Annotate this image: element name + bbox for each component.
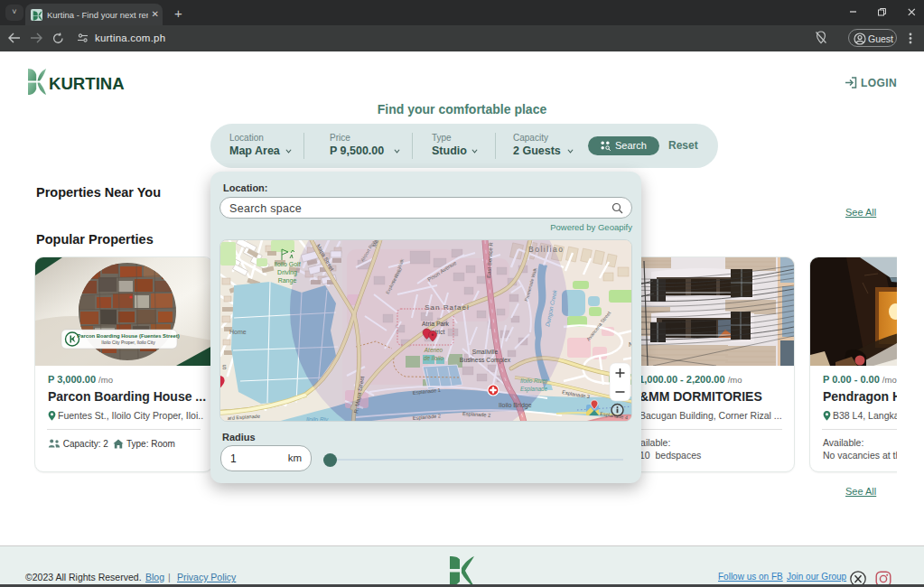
svg-text:KURTINA: KURTINA bbox=[49, 74, 125, 93]
svg-text:Smallville: Smallville bbox=[472, 349, 499, 355]
svg-text:de Iloilo: de Iloilo bbox=[424, 355, 443, 361]
svg-text:Range: Range bbox=[278, 277, 297, 284]
svg-text:Iloilo Golf: Iloilo Golf bbox=[274, 261, 300, 267]
svg-text:Iloilo City Proper, Iloilo Cit: Iloilo City Proper, Iloilo City bbox=[101, 340, 155, 345]
svg-text:Business Complex: Business Complex bbox=[460, 357, 511, 364]
svg-text:Iloilo Bridge: Iloilo Bridge bbox=[499, 402, 532, 409]
svg-text:Iloilo River: Iloilo River bbox=[520, 377, 548, 384]
svg-text:Home: Home bbox=[229, 329, 247, 335]
svg-text:Atria Park: Atria Park bbox=[422, 321, 449, 327]
svg-text:Esplanade: Esplanade bbox=[520, 386, 548, 393]
svg-text:Iloilo Riv...: Iloilo Riv... bbox=[306, 416, 332, 422]
svg-text:Na: Na bbox=[629, 341, 632, 348]
svg-text:Driving: Driving bbox=[277, 269, 297, 276]
svg-text:San Rafael: San Rafael bbox=[425, 303, 470, 312]
svg-text:S: S bbox=[222, 364, 227, 370]
svg-text:Boliliao: Boliliao bbox=[528, 245, 564, 254]
svg-text:Parcon Boarding House (Fuentes: Parcon Boarding House (Fuentes Street) bbox=[77, 333, 180, 339]
svg-text:Ateneo: Ateneo bbox=[424, 347, 443, 353]
